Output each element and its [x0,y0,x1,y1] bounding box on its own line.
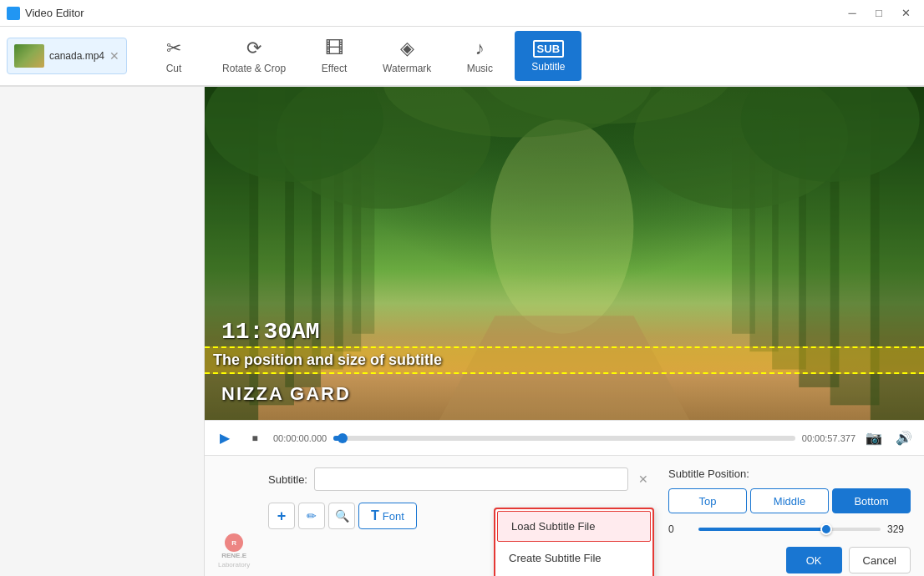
time-start: 00:00:00.000 [273,433,327,443]
dropdown-menu: Load Subtitle File Create Subtitle File … [494,508,654,576]
dropdown-item-create[interactable]: Create Subtitle File [495,543,652,573]
svg-point-0 [490,119,633,334]
position-slider[interactable] [698,528,881,531]
stop-icon: ■ [251,432,257,444]
position-slider-row: 0 329 [668,523,911,535]
font-label: Font [383,510,404,523]
action-buttons: OK Cancel [668,547,911,573]
cancel-button[interactable]: Cancel [849,547,911,573]
tab-cut-label: Cut [166,63,182,74]
logo-r: R [231,539,236,547]
cut-icon: ✂ [166,38,181,59]
volume-button[interactable]: 🔊 [892,427,916,450]
main-content: 11:30AM The position and size of subtitl… [0,87,924,576]
search-icon: 🔍 [335,509,349,523]
tab-effect[interactable]: 🎞 Effect [301,31,368,81]
video-timestamp: 11:30AM [221,319,320,345]
volume-icon: 🔊 [896,430,912,446]
play-icon: ▶ [220,430,230,446]
load-subtitle-label: Load Subtitle File [511,520,595,533]
dropdown-item-load[interactable]: Load Subtitle File [497,511,651,542]
dropdown-item-sample[interactable]: View Sample Subtitle [495,573,652,576]
position-top-label: Top [699,495,717,508]
file-thumbnail [14,44,44,68]
rotate-icon: ⟳ [246,38,261,59]
tab-subtitle[interactable]: SUB Subtitle [515,31,581,81]
tabbar: canada.mp4 ✕ ✂ Cut ⟳ Rotate & Crop 🎞 Eff… [0,27,924,87]
subtitle-row: Subtitle: ✕ [268,467,652,491]
video-container: 11:30AM The position and size of subtitl… [205,87,924,420]
screenshot-icon: 📷 [866,430,882,446]
add-subtitle-button[interactable]: + [268,503,295,529]
position-bottom-button[interactable]: Bottom [832,488,911,513]
play-button[interactable]: ▶ [213,427,236,450]
tab-watermark-label: Watermark [383,63,431,74]
tab-rotate-label: Rotate & Crop [222,63,286,74]
subtitle-position-panel: Subtitle Position: Top Middle Bottom 0 [668,467,911,564]
nav-tabs: ✂ Cut ⟳ Rotate & Crop 🎞 Effect ◈ Waterma… [140,31,581,81]
add-icon: + [277,508,287,525]
position-top-button[interactable]: Top [668,488,747,513]
file-name: canada.mp4 [49,50,104,62]
slider-thumb [820,523,832,535]
subtitle-position-bar: The position and size of subtitle [205,346,924,374]
edit-icon: ✏ [307,509,317,523]
slider-min: 0 [668,523,692,535]
titlebar: Video Editor ─ □ ✕ [0,0,924,27]
stop-button[interactable]: ■ [243,427,267,450]
minimize-button[interactable]: ─ [840,3,864,23]
subtitle-input[interactable] [314,467,628,491]
tab-watermark[interactable]: ◈ Watermark [369,31,444,81]
video-area: 11:30AM The position and size of subtitl… [205,87,924,576]
titlebar-left: Video Editor [7,7,84,20]
logo-area: R RENE.E Laboratory [218,533,250,569]
file-close-icon[interactable]: ✕ [109,49,119,63]
edit-subtitle-button[interactable]: ✏ [298,503,325,529]
tab-cut[interactable]: ✂ Cut [140,31,207,81]
subtitle-icon: SUB [533,40,564,58]
clear-icon: ✕ [638,472,648,486]
create-subtitle-label: Create Subtitle File [509,552,602,564]
ok-button[interactable]: OK [786,547,842,573]
video-controls: ▶ ■ 00:00:00.000 00:00:57.377 📷 🔊 [205,420,924,455]
window-controls: ─ □ ✕ [840,3,917,23]
logo-text-1: RENE.E [221,552,246,560]
close-button[interactable]: ✕ [894,3,917,23]
bottom-panel: R RENE.E Laboratory Subtitle: ✕ + [205,455,924,576]
position-middle-label: Middle [774,495,805,508]
font-button[interactable]: T Font [358,503,417,529]
tab-effect-label: Effect [322,63,347,74]
time-end: 00:00:57.377 [802,433,855,443]
tab-music[interactable]: ♪ Music [446,31,513,81]
tab-subtitle-label: Subtitle [531,61,565,73]
search-subtitle-button[interactable]: 🔍 [328,503,355,529]
watermark-icon: ◈ [400,38,414,59]
screenshot-button[interactable]: 📷 [862,427,886,450]
slider-max: 329 [887,523,911,535]
maximize-button[interactable]: □ [867,3,891,23]
music-icon: ♪ [475,38,485,59]
subtitle-hint-text: The position and size of subtitle [213,351,442,369]
tab-rotate[interactable]: ⟳ Rotate & Crop [209,31,299,81]
progress-bar[interactable] [333,436,795,441]
progress-thumb [338,433,348,443]
position-buttons: Top Middle Bottom [668,488,911,513]
sidebar [0,87,205,576]
subtitle-clear-button[interactable]: ✕ [635,471,652,488]
position-bottom-label: Bottom [854,495,888,508]
font-icon: T [371,508,379,523]
app-icon [7,7,20,20]
effect-icon: 🎞 [325,38,343,59]
logo-icon: R [225,533,243,552]
tab-music-label: Music [467,63,493,74]
position-middle-button[interactable]: Middle [750,488,829,513]
app-title: Video Editor [25,7,84,19]
file-tab[interactable]: canada.mp4 ✕ [7,38,127,74]
video-location-text: NIZZA GARD [221,383,351,405]
logo-text-2: Laboratory [218,561,250,569]
subtitle-label: Subtitle: [268,473,307,486]
position-title: Subtitle Position: [668,467,911,480]
